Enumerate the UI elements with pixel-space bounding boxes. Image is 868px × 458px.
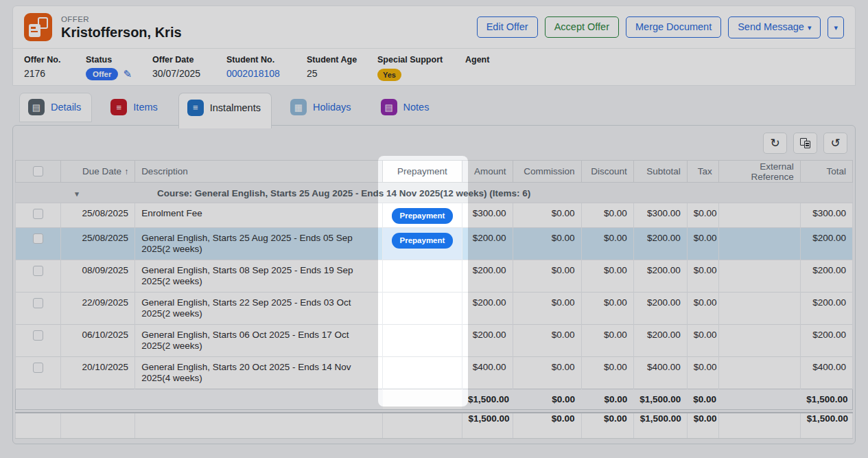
edit-status-icon[interactable]: ✎ bbox=[123, 68, 132, 80]
column-tax[interactable]: Tax bbox=[687, 161, 718, 183]
column-external-reference[interactable]: External Reference bbox=[718, 161, 800, 183]
chevron-down-icon: ▾ bbox=[834, 23, 838, 32]
copy-button[interactable] bbox=[793, 133, 817, 154]
total-cell: $200.00 bbox=[800, 293, 852, 325]
discount-cell: $0.00 bbox=[581, 203, 633, 228]
tax-cell: $0.00 bbox=[687, 325, 718, 357]
commission-cell: $0.00 bbox=[513, 228, 581, 260]
instalments-grid: Due Date↑ Description Prepayment Amount … bbox=[15, 160, 853, 439]
amount-cell: $400.00 bbox=[462, 357, 513, 389]
tab-instalments[interactable]: ≡ Instalments bbox=[178, 93, 272, 128]
column-subtotal[interactable]: Subtotal bbox=[633, 161, 687, 183]
external-reference-cell bbox=[718, 293, 800, 325]
offer-logo-icon bbox=[24, 13, 52, 41]
field-agent: Agent bbox=[465, 55, 844, 81]
header-actions: Edit Offer Accept Offer Merge Document S… bbox=[477, 16, 844, 38]
discount-cell: $0.00 bbox=[581, 260, 633, 293]
header-top-row: OFFER Kristofferson, Kris Edit Offer Acc… bbox=[13, 6, 855, 48]
row-checkbox[interactable] bbox=[33, 330, 43, 341]
tab-icon: ≡ bbox=[187, 100, 204, 116]
group-row: ▾ Course: General English, Starts 25 Aug… bbox=[16, 183, 853, 203]
table-body: ▾ Course: General English, Starts 25 Aug… bbox=[16, 183, 853, 389]
field-special-support: Special Support Yes bbox=[377, 55, 465, 81]
column-amount[interactable]: Amount bbox=[462, 161, 513, 183]
external-reference-cell bbox=[718, 357, 800, 389]
record-type-label: OFFER bbox=[61, 14, 182, 24]
tax-cell: $0.00 bbox=[687, 260, 718, 293]
sort-ascending-icon: ↑ bbox=[124, 167, 128, 176]
row-checkbox[interactable] bbox=[33, 266, 43, 276]
total-cell: $200.00 bbox=[800, 260, 852, 293]
group-row-label: Course: General English, Starts 25 Aug 2… bbox=[157, 188, 530, 199]
group-summary-row: $1,500.00 $0.00 $0.00 $1,500.00 $0.00 $1… bbox=[16, 389, 853, 410]
special-support-badge: Yes bbox=[377, 69, 401, 81]
amount-cell: $200.00 bbox=[462, 293, 513, 325]
external-reference-cell bbox=[718, 228, 800, 260]
offer-info-bar: Offer No. 2176 Status Offer ✎ Offer Date… bbox=[13, 48, 855, 81]
tab-icon: ▤ bbox=[381, 99, 397, 115]
tab-label: Instalments bbox=[210, 102, 261, 113]
tax-cell: $0.00 bbox=[687, 357, 718, 389]
tab-label: Details bbox=[51, 102, 81, 113]
total-cell: $200.00 bbox=[800, 228, 852, 260]
table-row[interactable]: 25/08/2025 Enrolment Fee Prepayment $300… bbox=[16, 203, 853, 228]
description-cell: General English, Starts 08 Sep 2025 - En… bbox=[135, 260, 383, 293]
more-actions-button[interactable]: ▾ bbox=[828, 16, 844, 38]
due-date-cell: 25/08/2025 bbox=[61, 228, 135, 260]
prepayment-cell bbox=[383, 357, 462, 389]
external-reference-cell bbox=[718, 325, 800, 357]
commission-cell: $0.00 bbox=[513, 260, 581, 293]
title-block: OFFER Kristofferson, Kris bbox=[61, 14, 182, 41]
tax-cell: $0.00 bbox=[687, 203, 718, 228]
total-cell: $400.00 bbox=[800, 357, 852, 389]
tab-details[interactable]: ▤ Details bbox=[19, 93, 92, 122]
student-no-link[interactable]: 0002018108 bbox=[226, 68, 307, 79]
field-offer-no: Offer No. 2176 bbox=[24, 55, 86, 81]
tab-items[interactable]: ≡ Items bbox=[102, 93, 168, 122]
commission-cell: $0.00 bbox=[513, 203, 581, 228]
tab-holidays[interactable]: ▦ Holidays bbox=[281, 93, 362, 122]
column-description[interactable]: Description bbox=[135, 161, 383, 183]
row-checkbox[interactable] bbox=[33, 298, 43, 308]
row-checkbox[interactable] bbox=[33, 209, 43, 219]
description-cell: General English, Starts 25 Aug 2025 - En… bbox=[135, 228, 383, 260]
row-checkbox[interactable] bbox=[33, 233, 43, 244]
merge-document-button[interactable]: Merge Document bbox=[626, 16, 721, 38]
table-row[interactable]: 06/10/2025 General English, Starts 06 Oc… bbox=[16, 325, 853, 357]
external-reference-cell bbox=[718, 203, 800, 228]
table-row[interactable]: 22/09/2025 General English, Starts 22 Se… bbox=[16, 293, 853, 325]
history-icon: ↺ bbox=[830, 136, 840, 150]
table-row[interactable]: 08/09/2025 General English, Starts 08 Se… bbox=[16, 260, 853, 293]
table-row[interactable]: 25/08/2025 General English, Starts 25 Au… bbox=[16, 228, 853, 260]
send-message-button[interactable]: Send Message▾ bbox=[728, 16, 821, 38]
description-cell: General English, Starts 22 Sep 2025 - En… bbox=[135, 293, 383, 325]
prepayment-badge: Prepayment bbox=[392, 208, 454, 224]
tab-notes[interactable]: ▤ Notes bbox=[372, 93, 441, 122]
column-commission[interactable]: Commission bbox=[513, 161, 581, 183]
edit-offer-button[interactable]: Edit Offer bbox=[477, 16, 538, 38]
column-discount[interactable]: Discount bbox=[581, 161, 633, 183]
discount-cell: $0.00 bbox=[581, 357, 633, 389]
field-offer-date: Offer Date 30/07/2025 bbox=[152, 55, 226, 81]
row-checkbox[interactable] bbox=[33, 363, 43, 373]
table-row[interactable]: 20/10/2025 General English, Starts 20 Oc… bbox=[16, 357, 853, 389]
instalments-panel: ↻ ↺ Due Date↑ Description Prepayment Amo… bbox=[12, 125, 856, 444]
description-cell: Enrolment Fee bbox=[135, 203, 383, 228]
column-due-date[interactable]: Due Date↑ bbox=[61, 161, 135, 183]
history-button[interactable]: ↺ bbox=[823, 133, 847, 154]
select-all-checkbox[interactable] bbox=[33, 166, 43, 176]
column-prepayment[interactable]: Prepayment bbox=[383, 161, 462, 183]
collapse-group-icon[interactable]: ▾ bbox=[69, 188, 84, 199]
tab-icon: ▦ bbox=[290, 99, 307, 115]
amount-cell: $200.00 bbox=[462, 260, 513, 293]
refresh-button[interactable]: ↻ bbox=[763, 133, 787, 154]
accept-offer-button[interactable]: Accept Offer bbox=[545, 16, 619, 38]
offer-header-card: OFFER Kristofferson, Kris Edit Offer Acc… bbox=[12, 5, 856, 86]
column-total[interactable]: Total bbox=[800, 161, 852, 183]
commission-cell: $0.00 bbox=[513, 357, 581, 389]
discount-cell: $0.00 bbox=[581, 293, 633, 325]
amount-cell: $300.00 bbox=[462, 203, 513, 228]
subtotal-cell: $400.00 bbox=[633, 357, 687, 389]
prepayment-cell bbox=[383, 260, 462, 293]
tab-label: Notes bbox=[403, 102, 430, 113]
